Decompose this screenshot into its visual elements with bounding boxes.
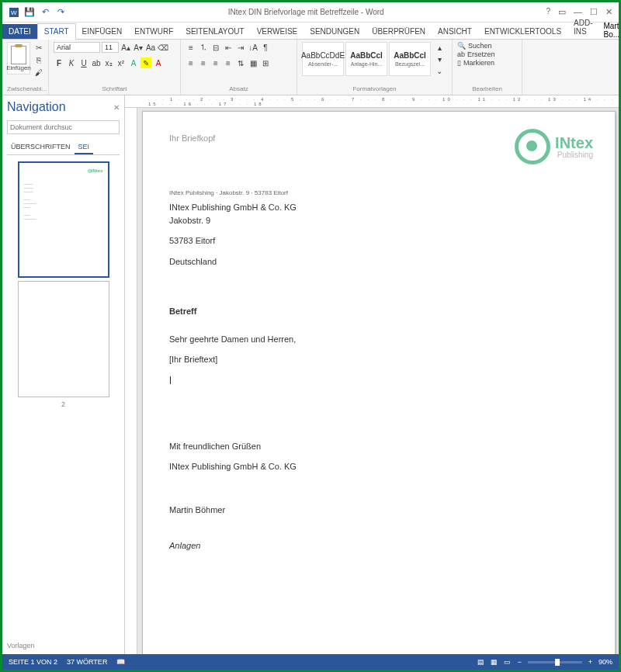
subject-line[interactable]: Betreff bbox=[169, 307, 588, 316]
tab-start[interactable]: START bbox=[37, 23, 76, 40]
body-placeholder[interactable]: [Ihr Brieftext] bbox=[169, 355, 588, 364]
text-cursor[interactable] bbox=[169, 375, 588, 384]
text-effects-icon[interactable]: A bbox=[128, 57, 139, 68]
user-name: Martin Bo... bbox=[604, 22, 621, 39]
status-lang-icon[interactable]: 📖 bbox=[116, 658, 125, 666]
nav-tab-headings[interactable]: ÜBERSCHRIFTEN bbox=[7, 140, 75, 154]
workspace: Navigation ✕ ÜBERSCHRIFTEN SEI ◎INtex ——… bbox=[2, 95, 619, 654]
group-styles: AaBbCcDdE Absender-... AaBbCcI Anlage-Hi… bbox=[297, 40, 453, 95]
status-page[interactable]: SEITE 1 VON 2 bbox=[9, 658, 57, 666]
tab-design[interactable]: ENTWURF bbox=[128, 24, 179, 39]
styles-up-icon[interactable]: ▴ bbox=[434, 42, 445, 53]
tab-developer[interactable]: ENTWICKLERTOOLS bbox=[478, 24, 567, 39]
tab-addins[interactable]: ADD-INS bbox=[567, 16, 598, 39]
borders-icon[interactable]: ⊞ bbox=[260, 57, 271, 68]
sender-line[interactable]: INtex Publishing · Jakobstr. 9 · 53783 E… bbox=[169, 189, 588, 196]
subscript-button[interactable]: x₂ bbox=[103, 57, 114, 68]
font-color-icon[interactable]: A bbox=[153, 57, 164, 68]
save-icon[interactable]: 💾 bbox=[24, 7, 35, 18]
find-button[interactable]: 🔍Suchen bbox=[457, 42, 495, 50]
shading-icon[interactable]: ▦ bbox=[248, 57, 258, 68]
grow-font-icon[interactable]: A▴ bbox=[120, 42, 131, 53]
styles-down-icon[interactable]: ▾ bbox=[434, 54, 445, 64]
justify-icon[interactable]: ≡ bbox=[223, 57, 234, 68]
ribbon-tabs: DATEI START EINFÜGEN ENTWURF SEITENLAYOU… bbox=[2, 23, 619, 40]
multilevel-icon[interactable]: ⊟ bbox=[210, 42, 221, 53]
format-painter-icon[interactable]: 🖌 bbox=[33, 67, 44, 78]
ruler-horizontal[interactable]: · · · 1 · · · 2 · · · 3 · · · 4 · · · 5 … bbox=[125, 95, 619, 108]
align-center-icon[interactable]: ≡ bbox=[198, 57, 209, 68]
attachments-label[interactable]: Anlagen bbox=[169, 541, 588, 550]
numbering-icon[interactable]: ⒈ bbox=[198, 42, 209, 53]
undo-icon[interactable]: ↶ bbox=[40, 7, 50, 18]
pilcrow-icon[interactable]: ¶ bbox=[260, 42, 271, 53]
styles-label: Formatvorlagen bbox=[302, 85, 447, 92]
tab-references[interactable]: VERWEISE bbox=[251, 24, 304, 39]
zoom-slider[interactable] bbox=[528, 661, 582, 663]
thumb-page-2[interactable] bbox=[18, 281, 109, 397]
change-case-icon[interactable]: Aa bbox=[145, 42, 156, 53]
align-right-icon[interactable]: ≡ bbox=[210, 57, 221, 68]
highlight-icon[interactable]: ✎ bbox=[141, 57, 151, 68]
zoom-level[interactable]: 90% bbox=[598, 658, 612, 666]
shrink-font-icon[interactable]: A▾ bbox=[133, 42, 144, 53]
cut-icon[interactable]: ✂ bbox=[33, 42, 44, 53]
nav-search-input[interactable] bbox=[7, 120, 120, 134]
line-spacing-icon[interactable]: ⇅ bbox=[235, 57, 246, 68]
style-item-2[interactable]: AaBbCcI Anlage-Hin... bbox=[345, 42, 387, 76]
font-size-select[interactable]: 11 bbox=[102, 42, 119, 53]
company-sign[interactable]: INtex Publishing GmbH & Co. KG bbox=[169, 462, 588, 471]
redo-icon[interactable]: ↷ bbox=[55, 7, 66, 18]
zoom-in-icon[interactable]: + bbox=[588, 658, 592, 666]
tab-review[interactable]: ÜBERPRÜFEN bbox=[366, 24, 432, 39]
document-page[interactable]: Ihr Briefkopf INtex Publishing INtex Pub… bbox=[142, 111, 616, 654]
thumb-2-number: 2 bbox=[7, 400, 120, 408]
bullets-icon[interactable]: ≡ bbox=[186, 42, 196, 53]
view-read-icon[interactable]: ▤ bbox=[477, 658, 484, 666]
logo-name: INtex bbox=[555, 135, 593, 151]
italic-button[interactable]: K bbox=[66, 57, 77, 68]
salutation[interactable]: Sehr geehrte Damen und Herren, bbox=[169, 334, 588, 344]
style-item-3[interactable]: AaBbCcI Bezugszei... bbox=[389, 42, 431, 76]
outdent-icon[interactable]: ⇤ bbox=[223, 42, 234, 53]
tab-view[interactable]: ANSICHT bbox=[432, 24, 478, 39]
align-left-icon[interactable]: ≡ bbox=[186, 57, 196, 68]
tab-layout[interactable]: SEITENLAYOUT bbox=[179, 24, 250, 39]
status-words[interactable]: 37 WÖRTER bbox=[67, 658, 107, 666]
superscript-button[interactable]: x² bbox=[116, 57, 127, 68]
word-icon: W bbox=[9, 7, 19, 18]
help-icon[interactable]: ? bbox=[546, 7, 550, 17]
thumb-page-1[interactable]: ◎INtex ——————————————————————— bbox=[18, 161, 109, 278]
nav-tab-pages[interactable]: SEI bbox=[75, 140, 94, 154]
tab-file[interactable]: DATEI bbox=[2, 24, 37, 39]
ruler-vertical[interactable] bbox=[125, 108, 137, 654]
user-account[interactable]: Martin Bo... bbox=[599, 22, 621, 39]
view-print-icon[interactable]: ▦ bbox=[491, 658, 498, 666]
strike-button[interactable]: ab bbox=[91, 57, 102, 68]
group-clipboard: Einfügen ✂ ⎘ 🖌 Zwischenabl... bbox=[2, 40, 49, 95]
select-button[interactable]: ▯Markieren bbox=[457, 59, 495, 67]
zoom-out-icon[interactable]: − bbox=[517, 658, 521, 666]
status-bar: SEITE 1 VON 2 37 WÖRTER 📖 ▤ ▦ ▭ − + 90% bbox=[2, 654, 619, 670]
tab-mailings[interactable]: SENDUNGEN bbox=[304, 24, 366, 39]
indent-icon[interactable]: ⇥ bbox=[235, 42, 246, 53]
paste-button[interactable]: Einfügen bbox=[7, 42, 30, 74]
underline-button[interactable]: U bbox=[78, 57, 89, 68]
replace-button[interactable]: abErsetzen bbox=[457, 50, 495, 58]
closing[interactable]: Mit freundlichen Grüßen bbox=[169, 442, 588, 451]
tab-insert[interactable]: EINFÜGEN bbox=[76, 24, 129, 39]
style-item-1[interactable]: AaBbCcDdE Absender-... bbox=[302, 42, 344, 76]
close-icon[interactable]: ✕ bbox=[605, 7, 612, 17]
bold-button[interactable]: F bbox=[54, 57, 64, 68]
view-web-icon[interactable]: ▭ bbox=[504, 658, 511, 666]
signer-name[interactable]: Martin Böhmer bbox=[169, 505, 588, 514]
ribbon-collapse-icon[interactable]: ▭ bbox=[558, 7, 566, 17]
styles-more-icon[interactable]: ⌄ bbox=[434, 65, 445, 76]
recipient-address[interactable]: INtex Publishing GmbH & Co. KG Jakobstr.… bbox=[169, 201, 588, 268]
clear-format-icon[interactable]: ⌫ bbox=[158, 42, 168, 53]
nav-close-icon[interactable]: ✕ bbox=[113, 103, 120, 112]
sort-icon[interactable]: ↓A bbox=[248, 42, 258, 53]
copy-icon[interactable]: ⎘ bbox=[33, 54, 44, 65]
font-label: Schriftart bbox=[54, 85, 175, 92]
font-name-select[interactable]: Arial bbox=[54, 42, 100, 53]
